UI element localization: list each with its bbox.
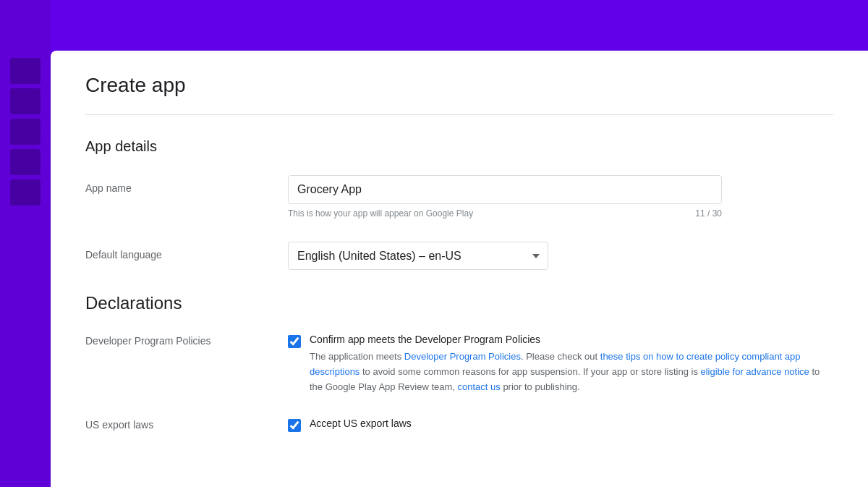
app-details-section: App details App name This is how your ap… xyxy=(85,138,833,270)
contact-us-link[interactable]: contact us xyxy=(458,381,501,392)
page-title: Create app xyxy=(85,74,833,97)
default-language-row: Default language English (United States)… xyxy=(85,242,833,270)
app-name-hint-row: This is how your app will appear on Goog… xyxy=(288,208,722,219)
sidebar xyxy=(0,0,51,487)
default-language-control: English (United States) – en-US Spanish … xyxy=(288,242,722,270)
developer-program-policies-link[interactable]: Developer Program Policies xyxy=(404,351,521,362)
language-select-wrapper: English (United States) – en-US Spanish … xyxy=(288,242,548,270)
header-bar xyxy=(0,0,868,51)
us-export-laws-title: Accept US export laws xyxy=(310,418,833,429)
app-name-input[interactable] xyxy=(288,175,722,204)
app-name-control: This is how your app will appear on Goog… xyxy=(288,175,722,219)
developer-policies-description: The application meets Developer Program … xyxy=(310,350,833,394)
main-content: Create app App details App name This is … xyxy=(51,51,868,487)
developer-policies-row: Developer Program Policies Confirm app m… xyxy=(85,334,833,394)
developer-policies-checkbox[interactable] xyxy=(288,335,301,348)
us-export-laws-label: US export laws xyxy=(85,418,288,431)
us-export-laws-text-block: Accept US export laws xyxy=(310,418,833,433)
sidebar-item-3[interactable] xyxy=(10,119,41,145)
app-name-label: App name xyxy=(85,175,288,194)
sidebar-item-1[interactable] xyxy=(10,58,41,84)
developer-policies-label: Developer Program Policies xyxy=(85,334,288,347)
declarations-section: Declarations Developer Program Policies … xyxy=(85,293,833,435)
sidebar-item-5[interactable] xyxy=(10,179,41,206)
app-name-row: App name This is how your app will appea… xyxy=(85,175,833,219)
developer-policies-content: Confirm app meets the Developer Program … xyxy=(288,334,833,394)
sidebar-item-2[interactable] xyxy=(10,88,41,114)
language-select[interactable]: English (United States) – en-US Spanish … xyxy=(288,242,548,270)
developer-policies-text-block: Confirm app meets the Developer Program … xyxy=(310,334,833,394)
app-name-char-count: 11 / 30 xyxy=(695,208,722,219)
eligible-advance-notice-link[interactable]: eligible for advance notice xyxy=(701,366,809,377)
us-export-laws-checkbox[interactable] xyxy=(288,419,301,432)
app-details-heading: App details xyxy=(85,138,833,155)
app-name-hint-text: This is how your app will appear on Goog… xyxy=(288,208,473,219)
developer-policies-checkbox-wrapper xyxy=(288,335,301,351)
us-export-laws-content: Accept US export laws xyxy=(288,418,833,435)
app-container: Create app App details App name This is … xyxy=(0,0,868,487)
declarations-heading: Declarations xyxy=(85,293,833,313)
title-divider xyxy=(85,114,833,115)
developer-policies-title: Confirm app meets the Developer Program … xyxy=(310,334,833,345)
us-export-laws-row: US export laws Accept US export laws xyxy=(85,418,833,435)
sidebar-item-4[interactable] xyxy=(10,149,41,175)
us-export-laws-checkbox-wrapper xyxy=(288,419,301,435)
default-language-label: Default language xyxy=(85,242,288,261)
